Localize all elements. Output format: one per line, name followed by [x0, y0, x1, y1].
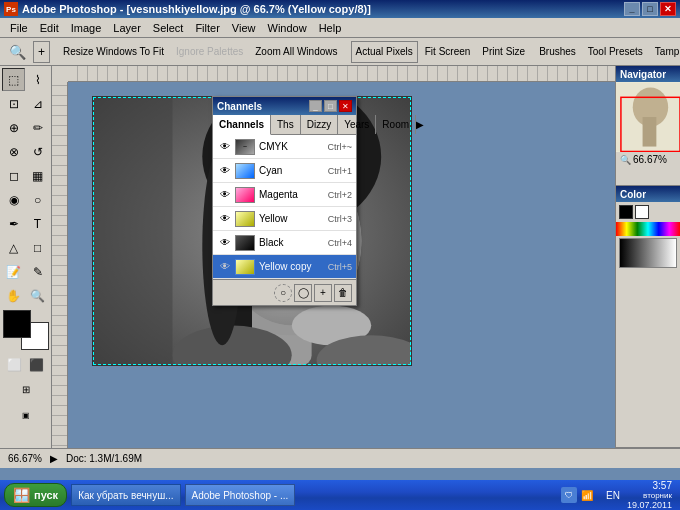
- tool-presets-btn[interactable]: Tool Presets: [583, 41, 648, 63]
- quick-mask-off[interactable]: ⬜: [5, 355, 25, 375]
- marquee-tool[interactable]: ⬚: [2, 68, 25, 91]
- menu-view[interactable]: View: [226, 20, 262, 36]
- ignore-palettes-btn[interactable]: Ignore Palettes: [171, 41, 248, 63]
- zoom-all-btn[interactable]: Zoom All Windows: [250, 41, 342, 63]
- channel-name-cyan: Cyan: [259, 165, 328, 176]
- resize-windows-btn[interactable]: Resize Windows To Fit: [58, 41, 169, 63]
- menu-help[interactable]: Help: [313, 20, 348, 36]
- new-channel-btn[interactable]: +: [314, 284, 332, 302]
- path-tool[interactable]: △: [2, 236, 25, 259]
- tab-ths[interactable]: Ths: [271, 115, 301, 134]
- channel-thumb-black: [235, 235, 255, 251]
- taskbar-clock[interactable]: 3:57 вторник 19.07.2011: [627, 480, 676, 510]
- type-tool[interactable]: T: [26, 212, 49, 235]
- channel-cyan[interactable]: 👁 Cyan Ctrl+1: [213, 159, 356, 183]
- brushes-btn[interactable]: Brushes: [534, 41, 581, 63]
- delete-channel-btn[interactable]: 🗑: [334, 284, 352, 302]
- screen-mode[interactable]: ⊞: [3, 378, 49, 401]
- options-toolbar: 🔍 + Resize Windows To Fit Ignore Palette…: [0, 38, 680, 66]
- browser-item[interactable]: Как убрать вечнуш...: [71, 484, 180, 506]
- channel-eye-yellow-copy[interactable]: 👁: [217, 259, 233, 275]
- notes-tool[interactable]: 📝: [2, 260, 25, 283]
- menu-select[interactable]: Select: [147, 20, 190, 36]
- channel-magenta[interactable]: 👁 Magenta Ctrl+2: [213, 183, 356, 207]
- menu-window[interactable]: Window: [262, 20, 313, 36]
- panel-window-controls: _ □ ✕: [309, 100, 352, 112]
- hand-tool[interactable]: ✋: [2, 284, 25, 307]
- channel-yellow-copy[interactable]: 👁 Yellow copy Ctrl+5: [213, 255, 356, 279]
- blur-tool[interactable]: ◉: [2, 188, 25, 211]
- close-button[interactable]: ✕: [660, 2, 676, 16]
- menu-image[interactable]: Image: [65, 20, 108, 36]
- color-spectrum[interactable]: [616, 222, 680, 236]
- channel-eye-magenta[interactable]: 👁: [217, 187, 233, 203]
- color-picker[interactable]: [3, 310, 49, 350]
- panel-minimize-btn[interactable]: _: [309, 100, 322, 112]
- dodge-tool[interactable]: ○: [26, 188, 49, 211]
- menu-bar: File Edit Image Layer Select Filter View…: [0, 18, 680, 38]
- channel-eye-cyan[interactable]: 👁: [217, 163, 233, 179]
- color-panel-title: Color: [616, 186, 680, 202]
- svg-rect-28: [643, 117, 657, 147]
- shape-tool[interactable]: □: [26, 236, 49, 259]
- dotted-circle-btn[interactable]: ○: [274, 284, 292, 302]
- start-icon: 🪟: [13, 487, 30, 503]
- panel-menu-btn[interactable]: ▶: [416, 119, 424, 130]
- lasso-tool[interactable]: ⌇: [26, 68, 49, 91]
- menu-edit[interactable]: Edit: [34, 20, 65, 36]
- menu-file[interactable]: File: [4, 20, 34, 36]
- save-selection-btn[interactable]: ◯: [294, 284, 312, 302]
- minimize-button[interactable]: _: [624, 2, 640, 16]
- channel-eye-yellow[interactable]: 👁: [217, 211, 233, 227]
- channel-black[interactable]: 👁 Black Ctrl+4: [213, 231, 356, 255]
- start-button[interactable]: 🪟 пуск: [4, 483, 67, 507]
- brush-tool[interactable]: ✏: [26, 116, 49, 139]
- quick-mask-on[interactable]: ⬛: [27, 355, 47, 375]
- panel-close-btn[interactable]: ✕: [339, 100, 352, 112]
- title-bar: Ps Adobe Photoshop - [vesnushkiyellow.jp…: [0, 0, 680, 18]
- fit-screen-btn[interactable]: Fit Screen: [420, 41, 476, 63]
- channel-shortcut-black: Ctrl+4: [328, 238, 352, 248]
- panel-maximize-btn[interactable]: □: [324, 100, 337, 112]
- ruler-left: [52, 66, 68, 448]
- tab-years[interactable]: Years: [338, 115, 376, 134]
- channel-cmyk[interactable]: 👁 ~ CMYK Ctrl+~: [213, 135, 356, 159]
- crop-tool[interactable]: ⊡: [2, 92, 25, 115]
- zoom-in-btn[interactable]: +: [33, 41, 50, 63]
- fg-color-swatch[interactable]: [619, 205, 633, 219]
- channel-yellow[interactable]: 👁 Yellow Ctrl+3: [213, 207, 356, 231]
- channels-toolbar: ○ ◯ + 🗑: [213, 279, 356, 305]
- maximize-button[interactable]: □: [642, 2, 658, 16]
- slice-tool[interactable]: ⊿: [26, 92, 49, 115]
- print-size-btn[interactable]: Print Size: [477, 41, 530, 63]
- channel-name-black: Black: [259, 237, 328, 248]
- eyedropper-tool[interactable]: ✎: [26, 260, 49, 283]
- history-tool[interactable]: ↺: [26, 140, 49, 163]
- menu-layer[interactable]: Layer: [107, 20, 147, 36]
- tab-channels[interactable]: Channels: [213, 115, 271, 135]
- channels-panel-title: Channels: [217, 101, 309, 112]
- navigator-preview: [616, 82, 680, 152]
- imageready-btn[interactable]: ▣: [3, 404, 49, 427]
- menu-filter[interactable]: Filter: [189, 20, 225, 36]
- channel-thumb-cmyk: ~: [235, 139, 255, 155]
- navigator-title: Navigator: [616, 66, 680, 82]
- tab-room[interactable]: Room: [376, 115, 416, 134]
- actual-pixels-btn[interactable]: Actual Pixels: [351, 41, 418, 63]
- tamp-btn[interactable]: Tamp: [650, 41, 680, 63]
- eraser-tool[interactable]: ◻: [2, 164, 25, 187]
- tab-dizzy[interactable]: Dizzy: [301, 115, 338, 134]
- grayscale-ramp[interactable]: [619, 238, 677, 268]
- channel-eye-cmyk[interactable]: 👁: [217, 139, 233, 155]
- pen-tool[interactable]: ✒: [2, 212, 25, 235]
- bg-color-swatch[interactable]: [635, 205, 649, 219]
- healing-tool[interactable]: ⊕: [2, 116, 25, 139]
- channel-shortcut-cyan: Ctrl+1: [328, 166, 352, 176]
- foreground-color[interactable]: [3, 310, 31, 338]
- zoom-tool[interactable]: 🔍: [26, 284, 49, 307]
- gradient-tool[interactable]: ▦: [26, 164, 49, 187]
- clone-tool[interactable]: ⊗: [2, 140, 25, 163]
- photoshop-item[interactable]: Adobe Photoshop - ...: [185, 484, 296, 506]
- system-tray: 🛡 📶: [557, 487, 599, 503]
- channel-eye-black[interactable]: 👁: [217, 235, 233, 251]
